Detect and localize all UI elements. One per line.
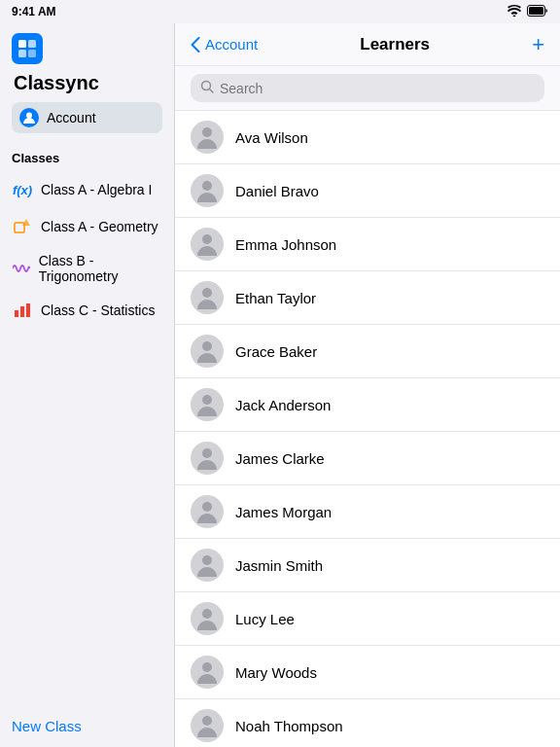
search-container <box>175 66 560 111</box>
learner-avatar <box>191 121 224 154</box>
learner-name: Jasmin Smith <box>235 557 323 574</box>
learner-name: Mary Woods <box>235 664 317 681</box>
sidebar-footer: New Class <box>0 706 174 747</box>
sidebar-item-trigonometry[interactable]: Class B - Trigonometry <box>0 245 174 292</box>
search-bar[interactable] <box>191 74 544 102</box>
learner-list-item[interactable]: Ethan Taylor <box>175 271 560 325</box>
learner-avatar <box>191 228 224 261</box>
svg-point-25 <box>202 716 212 726</box>
learner-name: Lucy Lee <box>235 611 295 627</box>
learner-list-item[interactable]: James Morgan <box>175 485 560 539</box>
svg-point-19 <box>202 395 212 405</box>
svg-rect-3 <box>18 40 26 48</box>
svg-point-15 <box>202 181 212 191</box>
learner-list-item[interactable]: Lucy Lee <box>175 592 560 646</box>
class-algebra-label: Class A - Algebra I <box>41 182 152 197</box>
svg-point-22 <box>202 555 212 565</box>
svg-rect-2 <box>529 7 543 15</box>
battery-icon <box>527 5 548 19</box>
learner-name: Jack Anderson <box>235 397 331 413</box>
app-container: Classync Account Classes f(x) Class A - … <box>0 23 560 747</box>
svg-point-24 <box>202 662 212 672</box>
learner-name: Daniel Bravo <box>235 183 319 199</box>
svg-point-0 <box>513 15 516 17</box>
class-geometry-label: Class A - Geometry <box>41 219 158 234</box>
sidebar-item-algebra[interactable]: f(x) Class A - Algebra I <box>0 171 174 208</box>
svg-rect-10 <box>15 310 18 317</box>
learner-list-item[interactable]: Jack Anderson <box>175 378 560 432</box>
learner-list-item[interactable]: James Clarke <box>175 432 560 485</box>
svg-point-16 <box>202 234 212 244</box>
add-learner-button[interactable]: + <box>532 34 544 55</box>
nav-title: Learners <box>360 35 430 54</box>
svg-point-14 <box>202 127 212 137</box>
sidebar: Classync Account Classes f(x) Class A - … <box>0 23 175 747</box>
sidebar-classes-section: Classes <box>0 139 174 171</box>
learner-name: Ava Wilson <box>235 129 308 146</box>
learner-avatar <box>191 335 224 368</box>
svg-rect-6 <box>28 50 36 57</box>
svg-point-21 <box>202 502 212 512</box>
learner-avatar <box>191 442 224 475</box>
wave-icon <box>12 258 31 279</box>
sidebar-item-geometry[interactable]: Class A - Geometry <box>0 208 174 245</box>
search-input[interactable] <box>220 81 535 96</box>
status-time: 9:41 AM <box>12 5 56 18</box>
svg-point-7 <box>26 113 32 119</box>
learner-avatar <box>191 656 224 689</box>
app-icon <box>12 33 43 64</box>
learner-list-item[interactable]: Grace Baker <box>175 325 560 378</box>
sidebar-account-label: Account <box>47 110 96 125</box>
sidebar-item-statistics[interactable]: Class C - Statistics <box>0 292 174 329</box>
learner-avatar <box>191 709 224 742</box>
svg-point-23 <box>202 609 212 619</box>
sidebar-header: Classync Account <box>0 23 174 139</box>
svg-rect-11 <box>20 306 24 317</box>
svg-point-17 <box>202 288 212 298</box>
learner-name: Emma Johnson <box>235 236 336 253</box>
main-content: Account Learners + <box>175 23 560 747</box>
learner-name: James Morgan <box>235 504 332 520</box>
learner-list-item[interactable]: Jasmin Smith <box>175 539 560 592</box>
learners-list: Ava Wilson Daniel Bravo Emma Johnson <box>175 111 560 747</box>
learner-name: Ethan Taylor <box>235 290 316 306</box>
status-icons <box>507 5 548 19</box>
class-stats-label: Class C - Statistics <box>41 302 155 318</box>
search-icon <box>200 80 214 96</box>
nav-back-label: Account <box>205 36 258 53</box>
learner-list-item[interactable]: Daniel Bravo <box>175 164 560 218</box>
learner-avatar <box>191 495 224 528</box>
learner-name: Noah Thompson <box>235 718 343 734</box>
status-bar: 9:41 AM <box>0 0 560 23</box>
shapes-icon <box>12 216 33 237</box>
sidebar-class-list: f(x) Class A - Algebra I Class A - Geome… <box>0 171 174 329</box>
learner-list-item[interactable]: Emma Johnson <box>175 218 560 271</box>
svg-rect-8 <box>15 223 24 232</box>
learner-list-item[interactable]: Noah Thompson <box>175 699 560 747</box>
function-icon: f(x) <box>12 179 33 200</box>
svg-point-18 <box>202 341 212 351</box>
svg-point-20 <box>202 448 212 458</box>
learner-avatar <box>191 281 224 314</box>
learner-avatar <box>191 602 224 635</box>
svg-rect-5 <box>18 50 26 57</box>
barchart-icon <box>12 300 33 321</box>
class-trig-label: Class B - Trigonometry <box>39 253 162 284</box>
sidebar-account-item[interactable]: Account <box>12 102 162 133</box>
learner-name: Grace Baker <box>235 343 317 360</box>
learner-avatar <box>191 388 224 421</box>
learner-list-item[interactable]: Ava Wilson <box>175 111 560 164</box>
nav-back-button[interactable]: Account <box>191 36 258 53</box>
learner-name: James Clarke <box>235 450 325 467</box>
svg-rect-12 <box>26 303 30 317</box>
learner-avatar <box>191 174 224 207</box>
svg-rect-4 <box>28 40 36 48</box>
new-class-button[interactable]: New Class <box>12 718 82 734</box>
learner-list-item[interactable]: Mary Woods <box>175 646 560 699</box>
learner-avatar <box>191 549 224 582</box>
nav-bar: Account Learners + <box>175 23 560 66</box>
account-icon <box>19 108 39 127</box>
app-title: Classync <box>12 72 162 94</box>
wifi-icon <box>507 5 522 19</box>
